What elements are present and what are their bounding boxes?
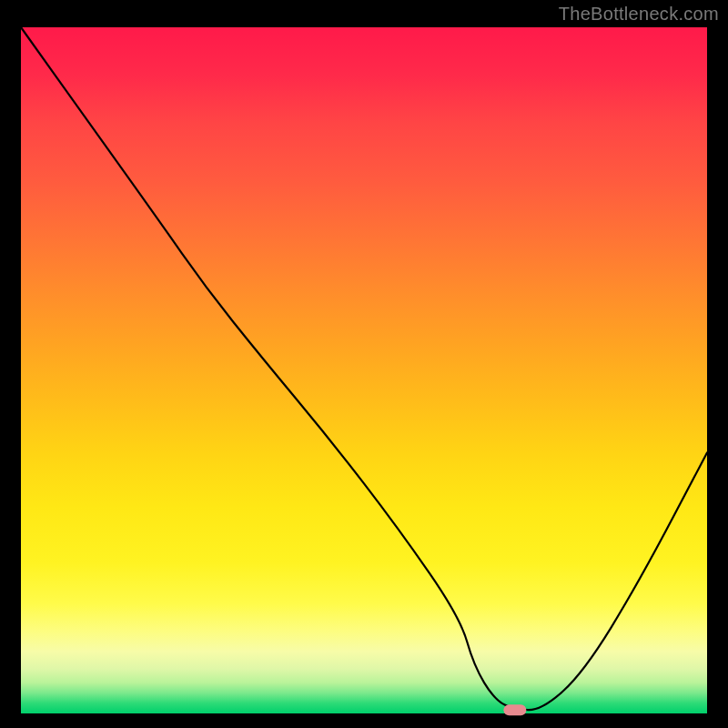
- curve-layer: [21, 27, 707, 713]
- plot-area: [21, 27, 707, 713]
- chart-frame: TheBottleneck.com: [0, 0, 728, 728]
- watermark-text: TheBottleneck.com: [559, 4, 719, 25]
- optimum-marker: [503, 704, 526, 715]
- bottleneck-curve: [21, 27, 707, 710]
